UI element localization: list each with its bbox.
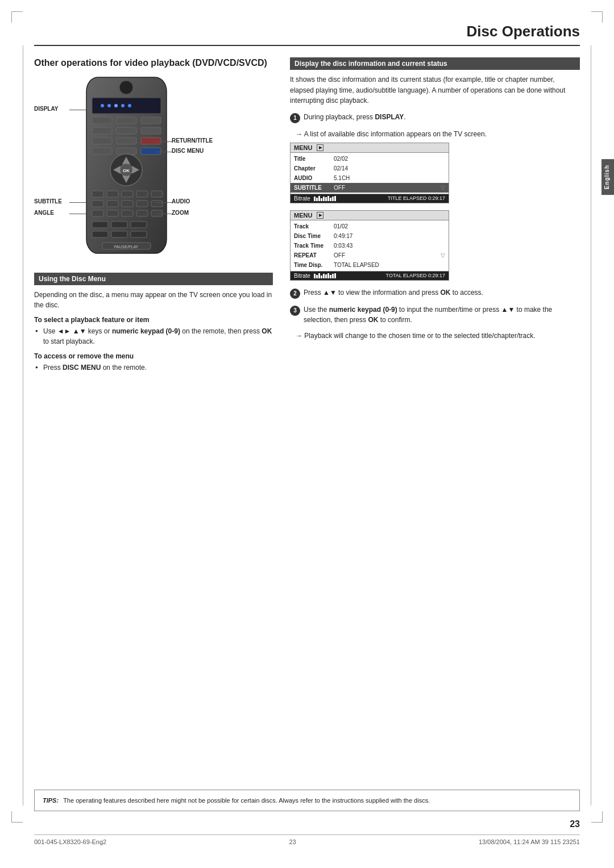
menu1-header: MENU ▶ [291, 143, 449, 153]
svg-rect-13 [141, 127, 161, 134]
step2-content: Press ▲▼ to view the information and pre… [304, 287, 580, 298]
svg-point-1 [119, 81, 133, 94]
svg-rect-32 [92, 201, 103, 207]
access-menu-bullet: Press DISC MENU on the remote. [43, 362, 273, 373]
svg-rect-11 [92, 127, 112, 134]
menu1-row-audio: AUDIO 5.1CH [291, 173, 449, 183]
access-menu-title: To access or remove the menu [34, 352, 273, 360]
svg-rect-28 [107, 191, 118, 197]
svg-rect-42 [92, 222, 108, 228]
footer: 001-045-LX8320-69-Eng2 23 13/08/2004, 11… [34, 834, 580, 845]
step3-number: 3 [290, 306, 300, 316]
menu1-row-title: Title 02/02 [291, 154, 449, 164]
display-label: DISPLAY [34, 106, 58, 112]
svg-rect-36 [151, 201, 163, 207]
left-column: Other operations for video playback (DVD… [34, 57, 273, 376]
svg-rect-15 [117, 137, 136, 144]
menu-display-1: MENU ▶ Title 02/02 Chapter 02/14 AUDIO 5… [290, 143, 449, 203]
svg-rect-27 [92, 191, 103, 197]
subtitle-line [69, 202, 86, 203]
svg-rect-18 [117, 148, 136, 155]
disc-menu-header: Using the Disc Menu [34, 273, 273, 285]
tips-box: TIPS: The operating features described h… [34, 790, 580, 812]
subtitle-label: SUBTITLE [34, 198, 62, 205]
svg-rect-47 [131, 231, 147, 237]
svg-rect-17 [92, 148, 112, 155]
menu1-bitrate-bars [314, 196, 336, 201]
menu1-bitrate-info: TITLE ELAPSED 0:29:17 [388, 195, 445, 201]
svg-text:OK: OK [123, 168, 130, 173]
svg-rect-44 [131, 222, 147, 228]
footer-left: 001-045-LX8320-69-Eng2 [34, 838, 106, 845]
svg-point-6 [121, 104, 125, 107]
menu1-bitrate-label: Bitrate [294, 195, 310, 202]
left-section-title: Other operations for video playback (DVD… [34, 57, 273, 69]
menu2-bitrate-label: Bitrate [294, 273, 310, 279]
menu1-row-subtitle: SUBTITLE OFF ▽ [291, 183, 449, 193]
return-title-line [156, 141, 172, 142]
step2-section: 2 Press ▲▼ to view the information and p… [290, 287, 580, 299]
audio-line [156, 202, 172, 203]
return-title-label: RETURN/TITLE [172, 137, 213, 144]
step1-number: 1 [290, 113, 300, 123]
angle-line [69, 214, 86, 214]
select-feature-bullet: Use ◄► ▲▼ keys or numeric keypad (0-9) o… [43, 326, 273, 347]
svg-rect-10 [141, 117, 161, 124]
step3-arrow: Playback will change to the chosen time … [296, 331, 580, 341]
main-content: Other operations for video playback (DVD… [34, 57, 580, 376]
page-number: 23 [570, 819, 580, 829]
menu2-row-track: Track 01/02 [291, 222, 449, 231]
svg-rect-19 [141, 148, 161, 155]
svg-rect-35 [136, 201, 148, 207]
right-section-header: Display the disc information and current… [290, 57, 580, 70]
menu2-row-disctime: Disc Time 0:49:17 [291, 231, 449, 241]
step1-content: During playback, press DISPLAY. [304, 112, 580, 122]
step1-section: 1 During playback, press DISPLAY. [290, 112, 580, 123]
svg-rect-43 [111, 222, 127, 228]
display-line [69, 110, 86, 110]
zoom-label: ZOOM [172, 210, 189, 216]
svg-point-4 [107, 104, 111, 107]
select-feature-title: To select a playback feature or item [34, 316, 273, 324]
svg-rect-30 [136, 191, 148, 197]
svg-rect-14 [92, 137, 112, 144]
menu1-header-label: MENU [294, 144, 312, 151]
svg-rect-39 [122, 210, 133, 216]
svg-rect-34 [122, 201, 133, 207]
tips-text: The operating features described here mi… [63, 796, 430, 806]
menu2-row-timedisp: Time Disp. TOTAL ELAPSED [291, 260, 449, 270]
footer-right: 13/08/2004, 11:24 AM 39 115 23251 [479, 838, 580, 845]
svg-rect-9 [117, 117, 136, 124]
disc-menu-description: Depending on the disc, a menu may appear… [34, 290, 273, 310]
tips-label: TIPS: [43, 796, 59, 806]
right-section-description: It shows the disc information and its cu… [290, 74, 580, 106]
svg-rect-38 [107, 210, 118, 216]
svg-rect-40 [136, 210, 148, 216]
svg-rect-33 [107, 201, 118, 207]
menu2-bitrate-info: TOTAL ELAPSED 0:29:17 [386, 273, 445, 278]
footer-center: 23 [289, 838, 296, 845]
menu1-play-icon: ▶ [317, 144, 323, 151]
angle-label: ANGLE [34, 210, 54, 216]
audio-label: AUDIO [172, 198, 190, 205]
svg-rect-29 [122, 191, 133, 197]
menu2-rows: Track 01/02 Disc Time 0:49:17 Track Time… [291, 220, 449, 271]
menu2-header-label: MENU [294, 212, 312, 219]
menu1-rows: Title 02/02 Chapter 02/14 AUDIO 5.1CH SU… [291, 153, 449, 194]
svg-rect-45 [92, 231, 108, 237]
svg-rect-31 [151, 191, 163, 197]
svg-text:PAUSE/PLAY: PAUSE/PLAY [114, 245, 139, 249]
step2-number: 2 [290, 289, 300, 299]
svg-rect-46 [111, 231, 127, 237]
menu1-row-chapter: Chapter 02/14 [291, 164, 449, 173]
svg-point-5 [114, 104, 118, 107]
menu2-row-tracktime: Track Time 0:03:43 [291, 241, 449, 251]
step3-section: 3 Use the numeric keypad (0-9) to input … [290, 304, 580, 325]
svg-point-7 [128, 104, 131, 107]
svg-point-3 [101, 104, 104, 107]
page-title: Disc Operations [34, 23, 580, 46]
svg-rect-8 [92, 117, 112, 124]
menu2-bitrate-bars [314, 273, 336, 278]
zoom-line [156, 214, 172, 214]
right-column: Display the disc information and current… [290, 57, 580, 376]
